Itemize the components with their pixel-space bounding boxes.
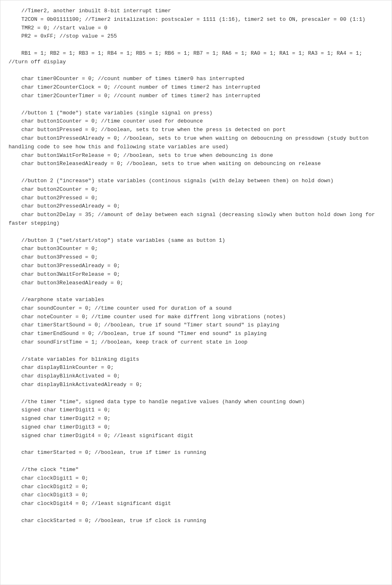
code-block: //Timer2, another inbuilt 8-bit interrup… [9, 7, 383, 525]
code-container: //Timer2, another inbuilt 8-bit interrup… [0, 0, 392, 585]
